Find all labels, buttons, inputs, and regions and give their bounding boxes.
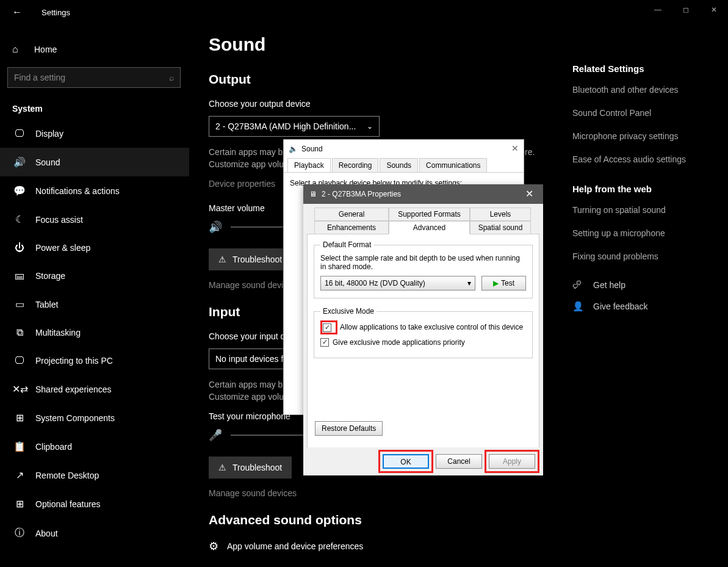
sidebar-item-projecting-to-this-pc[interactable]: 🖵Projecting to this PC [0, 347, 189, 375]
nav-label: Shared experiences [35, 385, 112, 394]
troubleshoot-output-button[interactable]: ⚠ Troubleshoot [209, 248, 292, 270]
related-link[interactable]: Microphone privacy settings [572, 131, 716, 141]
nav-label: Sound [35, 157, 60, 167]
sidebar-item-remote-desktop[interactable]: ↗Remote Desktop [0, 461, 189, 489]
sidebar-item-optional-features[interactable]: ⊞Optional features [0, 489, 189, 518]
nav-label: Focus assist [35, 215, 83, 225]
restore-defaults-button[interactable]: Restore Defaults [315, 421, 383, 436]
tab-playback[interactable]: Playback [287, 158, 331, 172]
microphone-icon: 🎤 [209, 428, 222, 442]
help-link[interactable]: Turning on spatial sound [572, 205, 716, 215]
exclusive-mode-group: Exclusive Mode ✓ Allow applications to t… [314, 307, 533, 358]
sidebar-item-display[interactable]: 🖵Display [0, 120, 189, 148]
output-choose-label: Choose your output device [209, 99, 536, 109]
exclusive-label-2: Give exclusive mode applications priorit… [333, 338, 465, 347]
advanced-heading: Advanced sound options [209, 513, 536, 527]
window-title: Settings [41, 8, 70, 17]
nav-icon: 📋 [12, 441, 27, 452]
help-icon: 🗪 [572, 280, 586, 290]
sidebar-item-power-sleep[interactable]: ⏻Power & sleep [0, 234, 189, 262]
tab-levels[interactable]: Levels [470, 208, 531, 221]
sound-dialog-header[interactable]: 🔈 Sound ✕ [284, 140, 524, 158]
test-button[interactable]: ▶ Test [481, 276, 526, 291]
sidebar-item-sound[interactable]: 🔊Sound [0, 148, 189, 176]
nav-icon: 🔊 [12, 156, 27, 168]
exclusive-checkbox-1[interactable]: ✓ [323, 323, 331, 332]
sidebar-item-multitasking[interactable]: ⧉Multitasking [0, 319, 189, 347]
help-link[interactable]: Setting up a microphone [572, 228, 716, 238]
sidebar-item-shared-experiences[interactable]: ✕⇄Shared experiences [0, 375, 189, 403]
speaker-icon: 🔈 [289, 145, 298, 153]
manage-sound-link-2[interactable]: Manage sound devices [209, 488, 536, 498]
sidebar-item-system-components[interactable]: ⊞System Components [0, 403, 189, 432]
close-icon[interactable]: ✕ [515, 184, 543, 204]
tab-recording[interactable]: Recording [332, 158, 379, 172]
nav-icon: 🖴 [12, 270, 27, 281]
tab-supported-formats[interactable]: Supported Formats [389, 208, 470, 221]
maximize-button[interactable]: ◻ [672, 0, 700, 20]
title-bar: ← Settings — ◻ ✕ [0, 0, 728, 24]
sound-dialog-title: Sound [301, 145, 323, 153]
feedback-link[interactable]: 👤 Give feedback [572, 301, 716, 312]
get-help-link[interactable]: 🗪 Get help [572, 280, 716, 290]
sidebar-item-about[interactable]: ⓘAbout [0, 518, 189, 548]
exclusive-legend: Exclusive Mode [320, 307, 377, 316]
nav-icon: ⊞ [12, 498, 27, 510]
sidebar-item-storage[interactable]: 🖴Storage [0, 262, 189, 290]
related-link[interactable]: Ease of Access audio settings [572, 154, 716, 164]
nav-icon: 💬 [12, 185, 27, 197]
sidebar-item-clipboard[interactable]: 📋Clipboard [0, 432, 189, 461]
home-icon: ⌂ [12, 44, 27, 55]
home-link[interactable]: ⌂ Home [0, 37, 189, 62]
search-placeholder: Find a setting [14, 73, 65, 82]
nav-icon: ⊞ [12, 412, 27, 424]
sidebar: ⌂ Home Find a setting ⌕ System 🖵Display🔊… [0, 24, 189, 567]
sidebar-item-focus-assist[interactable]: ☾Focus assist [0, 205, 189, 234]
speaker-icon: 🔊 [209, 220, 222, 234]
nav-label: Projecting to this PC [35, 356, 113, 366]
format-dropdown[interactable]: 16 bit, 48000 Hz (DVD Quality) ▾ [320, 276, 475, 291]
nav-icon: ↗ [12, 469, 27, 481]
tab-advanced[interactable]: Advanced [389, 221, 470, 234]
nav-icon: ⓘ [12, 527, 27, 540]
related-link[interactable]: Sound Control Panel [572, 108, 716, 118]
close-button[interactable]: ✕ [700, 0, 728, 20]
troubleshoot-label: Troubleshoot [232, 255, 282, 264]
minimize-button[interactable]: — [644, 0, 672, 20]
nav-icon: ✕⇄ [12, 383, 27, 395]
nav-label: Optional features [35, 499, 101, 509]
search-input[interactable]: Find a setting ⌕ [7, 67, 181, 88]
sidebar-item-tablet[interactable]: ▭Tablet [0, 290, 189, 319]
back-button[interactable]: ← [12, 7, 22, 18]
nav-icon: ⧉ [12, 327, 27, 338]
nav-icon: ▭ [12, 298, 27, 310]
apply-button[interactable]: Apply [489, 454, 535, 469]
warning-icon: ⚠ [218, 255, 226, 264]
exclusive-checkbox-2[interactable]: ✓ [320, 338, 329, 347]
app-volume-link[interactable]: App volume and device preferences [227, 541, 363, 551]
nav-label: Clipboard [35, 442, 72, 452]
nav-icon: ☾ [12, 214, 27, 225]
nav-label: System Components [35, 413, 115, 423]
troubleshoot-label-2: Troubleshoot [232, 463, 282, 472]
close-icon[interactable]: ✕ [511, 143, 519, 153]
tab-general[interactable]: General [314, 208, 389, 221]
related-link[interactable]: Bluetooth and other devices [572, 85, 716, 95]
ok-button[interactable]: OK [383, 454, 429, 469]
tab-sounds[interactable]: Sounds [380, 158, 418, 172]
properties-dialog: 🖥 2 - Q27B3MA Properties ✕ General Suppo… [303, 184, 543, 475]
default-format-desc: Select the sample rate and bit depth to … [320, 254, 526, 271]
properties-dialog-header[interactable]: 🖥 2 - Q27B3MA Properties ✕ [303, 184, 543, 204]
feedback-icon: 👤 [572, 301, 586, 312]
tab-spatial-sound[interactable]: Spatial sound [470, 221, 531, 234]
tab-enhancements[interactable]: Enhancements [314, 221, 389, 234]
output-device-dropdown[interactable]: 2 - Q27B3MA (AMD High Definition... ⌄ [209, 116, 380, 137]
cancel-button[interactable]: Cancel [436, 454, 482, 469]
default-format-legend: Default Format [320, 240, 373, 249]
troubleshoot-input-button[interactable]: ⚠ Troubleshoot [209, 457, 292, 479]
properties-title: 2 - Q27B3MA Properties [322, 190, 401, 198]
tab-communications[interactable]: Communications [419, 158, 487, 172]
sidebar-item-notifications-actions[interactable]: 💬Notifications & actions [0, 176, 189, 205]
sliders-icon: ⚙ [209, 540, 218, 553]
help-link[interactable]: Fixing sound problems [572, 251, 716, 261]
